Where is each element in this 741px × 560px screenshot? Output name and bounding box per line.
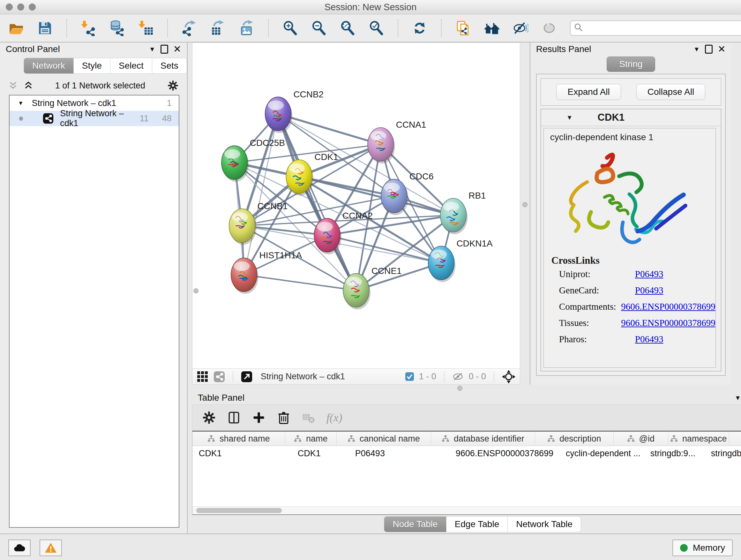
share-view-icon[interactable] <box>213 371 225 382</box>
network-edge[interactable] <box>244 275 356 291</box>
table-gear-icon[interactable] <box>202 411 216 425</box>
node-CCNE1[interactable]: CCNE1 <box>343 266 402 310</box>
node-label: CCNE1 <box>372 266 402 276</box>
network-canvas[interactable]: CCNB2CCNA1CDC25BCDK1CDC6RB1CCNB1CCNA2CDK… <box>192 43 520 368</box>
tab-network-table[interactable]: Network Table <box>508 516 581 532</box>
show-all-button[interactable] <box>541 18 557 38</box>
zoom-selected-button[interactable] <box>368 18 384 38</box>
tab-select[interactable]: Select <box>111 58 152 74</box>
gene-collapse-icon[interactable]: ▼ <box>566 114 573 121</box>
export-table-button[interactable] <box>210 18 226 38</box>
network-view[interactable]: CCNB2CCNA1CDC25BCDK1CDC6RB1CCNB1CCNA2CDK… <box>192 43 520 369</box>
refresh-icon <box>412 20 428 36</box>
clone-network-button[interactable] <box>455 18 471 38</box>
table-row[interactable]: CDK1CDK1P064939606.ENSP00000378699cyclin… <box>192 446 741 461</box>
grid-view-icon[interactable] <box>197 371 208 382</box>
export-image-button[interactable] <box>239 18 255 38</box>
open-session-button[interactable] <box>8 18 24 38</box>
save-session-button[interactable] <box>37 18 53 38</box>
table-cell[interactable]: CDK1 <box>291 446 349 461</box>
column-header-name[interactable]: name <box>285 432 337 446</box>
tab-network[interactable]: Network <box>23 58 74 74</box>
crosslink-link[interactable]: 9606.ENSP00000378699 <box>621 301 716 312</box>
import-network-file-button[interactable] <box>80 18 96 38</box>
tab-node-table[interactable]: Node Table <box>384 516 446 532</box>
table-cell[interactable]: CDK1 <box>192 446 291 461</box>
gene-header[interactable]: ▼ CDK1 <box>541 109 721 126</box>
results-splitter-handle[interactable] <box>522 202 528 207</box>
protein-structure-image <box>556 146 694 252</box>
expand-all-button[interactable]: Expand All <box>556 84 621 100</box>
node-RB1[interactable]: RB1 <box>440 191 486 234</box>
table-splitter[interactable] <box>188 385 741 391</box>
panel-menu-icon[interactable]: ▼ <box>693 46 700 53</box>
panel-menu-icon[interactable]: ▼ <box>735 394 741 401</box>
crosslink-link[interactable]: 9606.ENSP00000378699 <box>621 318 716 328</box>
search-icon <box>574 23 583 32</box>
table-cell[interactable]: cyclin-dependent ... <box>559 446 644 461</box>
export-network-button[interactable] <box>181 18 197 38</box>
table-cell[interactable]: stringdb <box>704 446 741 461</box>
memory-button[interactable]: Memory <box>672 540 733 556</box>
gear-icon[interactable] <box>167 80 179 91</box>
column-header-database-identifier[interactable]: database identifier <box>431 432 535 446</box>
crosslink-link[interactable]: P06493 <box>635 334 664 345</box>
add-column-icon[interactable] <box>252 411 266 425</box>
refresh-button[interactable] <box>412 18 428 38</box>
results-panel-title: Results Panel <box>536 44 591 54</box>
table-cell[interactable]: stringdb:9... <box>644 446 704 461</box>
float-panel-icon[interactable] <box>705 45 713 54</box>
import-table-file-button[interactable] <box>138 18 154 38</box>
selected-checkbox-icon[interactable] <box>405 372 414 381</box>
table-cell[interactable]: 9606.ENSP00000378699 <box>449 446 559 461</box>
column-header-namespace[interactable]: namespace <box>668 432 729 446</box>
delete-column-icon[interactable] <box>277 411 291 425</box>
scrollbar-thumb[interactable] <box>196 508 282 513</box>
delete-table-icon-disabled <box>301 411 316 425</box>
tab-sets[interactable]: Sets <box>152 58 187 74</box>
node-HIST1H1A[interactable]: HIST1H1A <box>231 250 302 294</box>
warnings-button[interactable] <box>40 540 62 556</box>
hide-selected-button[interactable] <box>513 18 529 38</box>
network-edge[interactable] <box>299 177 453 215</box>
crosslink-link[interactable]: P06493 <box>635 269 664 279</box>
cloud-status-button[interactable] <box>8 540 30 556</box>
show-columns-icon[interactable] <box>227 411 241 425</box>
crosslink-link[interactable]: P06493 <box>635 285 664 296</box>
tree-collapse-icon[interactable]: ▼ <box>18 100 23 107</box>
open-in-window-icon[interactable] <box>241 371 253 382</box>
horizontal-scrollbar[interactable] <box>192 506 741 514</box>
float-panel-icon[interactable] <box>160 45 168 54</box>
table-splitter-handle[interactable] <box>457 386 462 391</box>
close-panel-icon[interactable]: ✕ <box>173 44 181 54</box>
export-image-icon <box>239 20 255 36</box>
network-edge[interactable] <box>278 114 381 145</box>
network-row-selected[interactable]: String Network – cdk1 11 48 <box>10 111 179 126</box>
zoom-fit-button[interactable] <box>340 18 355 38</box>
node-CCNA1[interactable]: CCNA1 <box>367 120 426 164</box>
column-header--id[interactable]: @id <box>614 432 668 446</box>
panel-menu-icon[interactable]: ▼ <box>149 46 155 53</box>
tab-edge-table[interactable]: Edge Table <box>447 516 508 532</box>
zoom-out-button[interactable] <box>311 18 327 38</box>
collapse-all-button[interactable]: Collapse All <box>636 84 705 100</box>
network-edge[interactable] <box>278 114 356 291</box>
first-neighbors-button[interactable] <box>484 18 500 38</box>
zoom-in-button[interactable] <box>282 18 298 38</box>
birdseye-crosshair-icon[interactable] <box>502 370 515 383</box>
column-header-canonical-name[interactable]: canonical name <box>337 432 431 446</box>
collapse-all-chevron-icon[interactable] <box>8 81 18 90</box>
tab-string[interactable]: String <box>607 57 655 72</box>
import-network-database-button[interactable] <box>109 18 125 38</box>
table-cell[interactable]: P06493 <box>349 446 449 461</box>
node-CDKN1A[interactable]: CDKN1A <box>428 239 493 282</box>
control-panel-splitter-handle[interactable] <box>193 288 199 294</box>
close-panel-icon[interactable]: ✕ <box>718 44 726 54</box>
collection-count: 1 <box>167 98 172 108</box>
node-CCNB2[interactable]: CCNB2 <box>265 89 324 133</box>
search-input[interactable] <box>570 20 741 36</box>
tab-style[interactable]: Style <box>74 58 111 74</box>
expand-all-chevron-icon[interactable] <box>23 81 33 90</box>
column-header-description[interactable]: description <box>535 432 614 446</box>
column-header-shared-name[interactable]: shared name <box>192 432 285 446</box>
